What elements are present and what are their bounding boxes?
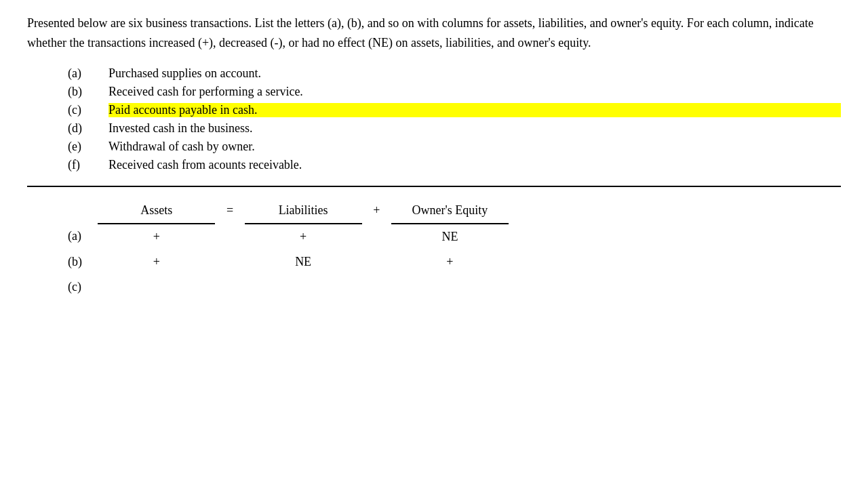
- transactions-list: (a)Purchased supplies on account.(b)Rece…: [68, 66, 841, 172]
- plus-cell: [362, 249, 391, 274]
- equity-header: Owner's Equity: [391, 201, 509, 224]
- transaction-label: (c): [68, 103, 108, 117]
- transaction-item: (c)Paid accounts payable in cash.: [68, 103, 841, 117]
- liabilities-cell: +: [245, 224, 362, 249]
- table-section: Assets = Liabilities + Owner's Equity (a…: [68, 201, 841, 300]
- liabilities-header: Liabilities: [245, 201, 362, 224]
- table-row: (c): [68, 274, 509, 300]
- plus-cell: [362, 274, 391, 300]
- equals-cell: [215, 224, 244, 249]
- transaction-item: (d)Invested cash in the business.: [68, 121, 841, 136]
- equity-cell: +: [391, 249, 509, 274]
- table-row: (a)++NE: [68, 224, 509, 249]
- transaction-label: (b): [68, 85, 108, 99]
- transaction-text: Received cash from acounts receivable.: [108, 158, 841, 172]
- accounting-table: Assets = Liabilities + Owner's Equity (a…: [68, 201, 509, 300]
- plus-cell: [362, 224, 391, 249]
- transaction-text: Purchased supplies on account.: [108, 66, 841, 81]
- equity-cell: [391, 274, 509, 300]
- transaction-item: (b)Received cash for performing a servic…: [68, 85, 841, 99]
- transaction-text: Paid accounts payable in cash.: [108, 103, 841, 117]
- label-header-empty: [68, 201, 98, 224]
- transaction-label: (d): [68, 121, 108, 136]
- equals-symbol: =: [215, 201, 244, 224]
- row-label: (c): [68, 274, 98, 300]
- plus-symbol: +: [362, 201, 391, 224]
- transaction-item: (f)Received cash from acounts receivable…: [68, 158, 841, 172]
- transaction-item: (e)Withdrawal of cash by owner.: [68, 140, 841, 154]
- section-divider: [27, 186, 841, 187]
- transaction-text: Invested cash in the business.: [108, 121, 841, 136]
- transaction-label: (a): [68, 66, 108, 81]
- intro-paragraph: Presented below are six business transac…: [27, 14, 841, 53]
- assets-cell: [98, 274, 215, 300]
- table-row: (b)+NE+: [68, 249, 509, 274]
- transaction-text: Withdrawal of cash by owner.: [108, 140, 841, 154]
- assets-cell: +: [98, 224, 215, 249]
- liabilities-cell: NE: [245, 249, 362, 274]
- assets-header: Assets: [98, 201, 215, 224]
- transaction-item: (a)Purchased supplies on account.: [68, 66, 841, 81]
- row-label: (b): [68, 249, 98, 274]
- row-label: (a): [68, 224, 98, 249]
- transaction-label: (f): [68, 158, 108, 172]
- transaction-label: (e): [68, 140, 108, 154]
- assets-cell: +: [98, 249, 215, 274]
- equals-cell: [215, 274, 244, 300]
- liabilities-cell: [245, 274, 362, 300]
- equity-cell: NE: [391, 224, 509, 249]
- transaction-text: Received cash for performing a service.: [108, 85, 841, 99]
- equals-cell: [215, 249, 244, 274]
